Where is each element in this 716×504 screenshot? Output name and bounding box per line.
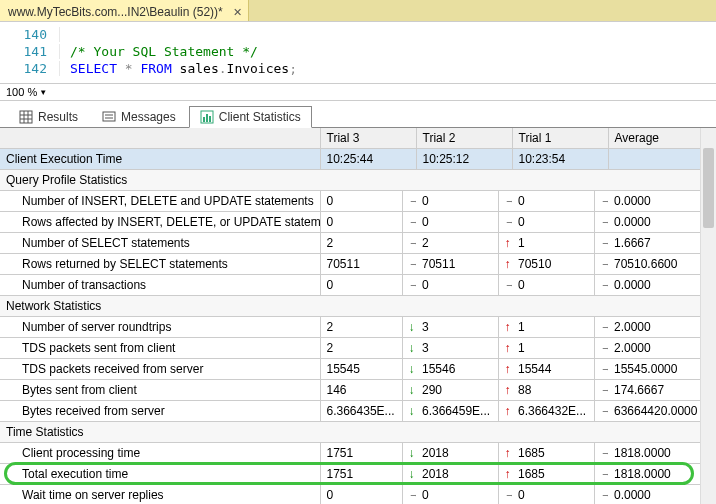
arrow-right-icon: → (601, 467, 609, 481)
arrow-down-icon: ↓ (409, 467, 415, 481)
file-tab-strip: www.MyTecBits.com...IN2\Beaulin (52))* ✕ (0, 0, 716, 22)
table-row[interactable]: TDS packets sent from client2↓3↑1→2.0000 (0, 338, 716, 359)
chevron-down-icon: ▼ (39, 88, 47, 97)
row-label: Number of SELECT statements (0, 233, 320, 254)
tab-messages[interactable]: Messages (91, 106, 187, 128)
client-statistics-grid: Trial 3 Trial 2 Trial 1 Average Client E… (0, 128, 716, 504)
table-row[interactable]: Number of INSERT, DELETE and UPDATE stat… (0, 191, 716, 212)
code-token: Invoices (227, 61, 290, 76)
table-row[interactable]: Client processing time1751↓2018↑1685→181… (0, 443, 716, 464)
table-row[interactable]: Bytes sent from client146↓290↑88→174.666… (0, 380, 716, 401)
cell: 0 (416, 191, 498, 212)
arrow-right-icon: → (601, 320, 609, 334)
cell: 1685 (512, 443, 594, 464)
section-label: Network Statistics (0, 296, 716, 317)
zoom-selector[interactable]: 100 % ▼ (0, 83, 716, 101)
row-label: Wait time on server replies (0, 485, 320, 505)
tab-label: Results (38, 110, 78, 124)
grid-icon (19, 110, 33, 124)
arrow-up-icon: ↑ (505, 446, 511, 460)
cell: 1685 (512, 464, 594, 485)
cell: 15545 (320, 359, 402, 380)
arrow-right-icon: → (505, 215, 513, 229)
table-row[interactable]: Bytes received from server6.366435E...↓6… (0, 401, 716, 422)
cell: 1751 (320, 443, 402, 464)
line-number: 141 (0, 44, 60, 59)
scrollbar-thumb[interactable] (703, 148, 714, 228)
row-label: Rows returned by SELECT statements (0, 254, 320, 275)
arrow-right-icon: → (409, 194, 417, 208)
row-label: Number of transactions (0, 275, 320, 296)
cell: 0 (320, 212, 402, 233)
cell: 70511 (320, 254, 402, 275)
header-trial1: Trial 1 (512, 128, 608, 149)
tab-client-statistics[interactable]: Client Statistics (189, 106, 312, 128)
arrow-right-icon: → (409, 278, 417, 292)
cell: 0 (512, 275, 594, 296)
cell: 3 (416, 338, 498, 359)
cell: 70510 (512, 254, 594, 275)
row-label: TDS packets sent from client (0, 338, 320, 359)
vertical-scrollbar[interactable] (700, 128, 716, 504)
exec-time-row[interactable]: Client Execution Time 10:25:44 10:25:12 … (0, 149, 716, 170)
cell: 6.366459E... (416, 401, 498, 422)
arrow-down-icon: ↓ (409, 404, 415, 418)
arrow-up-icon: ↑ (505, 467, 511, 481)
cell: 0 (320, 485, 402, 505)
tab-results[interactable]: Results (8, 106, 89, 128)
cell: 15544 (512, 359, 594, 380)
cell: 0 (416, 275, 498, 296)
arrow-right-icon: → (601, 257, 609, 271)
section-label: Query Profile Statistics (0, 170, 716, 191)
arrow-right-icon: → (601, 215, 609, 229)
file-tab[interactable]: www.MyTecBits.com...IN2\Beaulin (52))* ✕ (0, 0, 249, 21)
cell: 15546 (416, 359, 498, 380)
tab-label: Client Statistics (219, 110, 301, 124)
row-label: Number of INSERT, DELETE and UPDATE stat… (0, 191, 320, 212)
arrow-right-icon: → (409, 215, 417, 229)
header-trial3: Trial 3 (320, 128, 416, 149)
arrow-up-icon: ↑ (505, 320, 511, 334)
table-row[interactable]: Number of transactions0→0→0→0.0000 (0, 275, 716, 296)
table-row[interactable]: TDS packets received from server15545↓15… (0, 359, 716, 380)
cell: 3 (416, 317, 498, 338)
sql-editor[interactable]: 140 141 /* Your SQL Statement */ 142 SEL… (0, 22, 716, 83)
table-row[interactable]: Number of SELECT statements2→2↑1→1.6667 (0, 233, 716, 254)
table-row[interactable]: Rows affected by INSERT, DELETE, or UPDA… (0, 212, 716, 233)
arrow-up-icon: ↑ (505, 236, 511, 250)
table-row[interactable]: Number of server roundtrips2↓3↑1→2.0000 (0, 317, 716, 338)
table-row[interactable]: Rows returned by SELECT statements70511→… (0, 254, 716, 275)
arrow-up-icon: ↑ (505, 341, 511, 355)
tab-label: Messages (121, 110, 176, 124)
arrow-right-icon: → (409, 257, 417, 271)
arrow-up-icon: ↑ (505, 257, 511, 271)
stats-icon (200, 110, 214, 124)
cell: 146 (320, 380, 402, 401)
arrow-down-icon: ↓ (409, 362, 415, 376)
cell: 290 (416, 380, 498, 401)
arrow-right-icon: → (601, 488, 609, 502)
row-label: Bytes sent from client (0, 380, 320, 401)
close-icon[interactable]: ✕ (233, 6, 242, 19)
row-label: Bytes received from server (0, 401, 320, 422)
cell: 0 (320, 191, 402, 212)
cell: 0 (416, 485, 498, 505)
arrow-right-icon: → (601, 446, 609, 460)
arrow-up-icon: ↑ (505, 404, 511, 418)
code-token: sales (180, 61, 219, 76)
cell: 0 (512, 191, 594, 212)
section-time: Time Statistics (0, 422, 716, 443)
table-row[interactable]: Wait time on server replies0→0→0→0.0000 (0, 485, 716, 505)
arrow-down-icon: ↓ (409, 446, 415, 460)
cell: 70511 (416, 254, 498, 275)
cell: 1751 (320, 464, 402, 485)
cell: 2018 (416, 464, 498, 485)
arrow-right-icon: → (601, 341, 609, 355)
row-label: Rows affected by INSERT, DELETE, or UPDA… (0, 212, 320, 233)
table-row[interactable]: Total execution time1751↓2018↑1685→1818.… (0, 464, 716, 485)
arrow-down-icon: ↓ (409, 320, 415, 334)
row-label: TDS packets received from server (0, 359, 320, 380)
cell: 0 (512, 212, 594, 233)
arrow-right-icon: → (601, 194, 609, 208)
header-row: Trial 3 Trial 2 Trial 1 Average (0, 128, 716, 149)
